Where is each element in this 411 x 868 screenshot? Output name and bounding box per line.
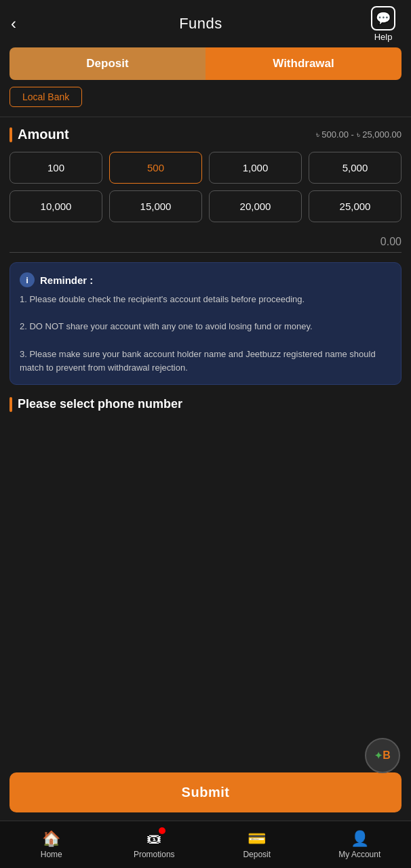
reminder-header: i Reminder : [20, 272, 391, 287]
reminder-title: Reminder : [40, 274, 93, 286]
nav-label-promotions: Promotions [134, 850, 175, 859]
my-account-icon: 👤 [351, 830, 369, 848]
tab-withdrawal[interactable]: Withdrawal [206, 47, 402, 80]
amount-btn-15000[interactable]: 15,000 [109, 190, 202, 222]
submit-area: Submit [0, 764, 411, 821]
total-value: 0.00 [380, 236, 402, 248]
divider [0, 117, 411, 117]
deposit-icon: 💳 [248, 830, 266, 848]
amount-section-header: Amount ৳ 500.00 - ৳ 25,000.00 [9, 127, 402, 142]
nav-label-my-account: My Account [338, 850, 380, 859]
local-bank-chip[interactable]: Local Bank [9, 87, 82, 107]
header: ‹ Funds 💬 Help [0, 0, 411, 47]
help-icon: 💬 [371, 6, 395, 30]
tab-row: Deposit Withdrawal [9, 47, 402, 80]
total-row: 0.00 [9, 232, 402, 253]
nav-item-promotions[interactable]: 🎟 Promotions [103, 821, 206, 868]
amount-range: ৳ 500.00 - ৳ 25,000.00 [316, 129, 402, 140]
amount-section: Amount ৳ 500.00 - ৳ 25,000.00 100 500 1,… [0, 127, 411, 385]
amount-btn-25000[interactable]: 25,000 [309, 190, 402, 222]
home-icon: 🏠 [42, 830, 60, 848]
back-button[interactable]: ‹ [11, 14, 35, 33]
phone-title-bar [9, 397, 12, 412]
float-badge[interactable]: ✦B [365, 738, 400, 773]
amount-btn-10000[interactable]: 10,000 [9, 190, 102, 222]
tab-deposit[interactable]: Deposit [9, 47, 206, 80]
nav-item-home[interactable]: 🏠 Home [0, 821, 103, 868]
help-button[interactable]: 💬 Help [366, 6, 400, 42]
phone-section: Please select phone number [0, 385, 411, 412]
bottom-nav: 🏠 Home 🎟 Promotions 💳 Deposit 👤 My Accou… [0, 821, 411, 868]
page-title: Funds [179, 15, 222, 33]
amount-grid: 100 500 1,000 5,000 10,000 15,000 20,000… [9, 152, 402, 222]
nav-item-deposit[interactable]: 💳 Deposit [206, 821, 309, 868]
reminder-text: 1. Please double check the recipient's a… [20, 293, 391, 375]
phone-section-title: Please select phone number [9, 397, 402, 412]
title-bar [9, 127, 12, 142]
nav-label-deposit: Deposit [243, 850, 271, 859]
nav-item-my-account[interactable]: 👤 My Account [309, 821, 412, 868]
nav-label-home: Home [41, 850, 62, 859]
help-label: Help [374, 32, 393, 42]
amount-btn-20000[interactable]: 20,000 [209, 190, 302, 222]
submit-button[interactable]: Submit [9, 772, 402, 812]
reminder-box: i Reminder : 1. Please double check the … [9, 262, 402, 385]
amount-btn-5000[interactable]: 5,000 [309, 152, 402, 184]
main-content: ‹ Funds 💬 Help Deposit Withdrawal Local … [0, 0, 411, 507]
amount-btn-100[interactable]: 100 [9, 152, 102, 184]
amount-btn-500[interactable]: 500 [109, 152, 202, 184]
promotions-badge [159, 827, 165, 834]
amount-title: Amount [9, 127, 69, 142]
amount-btn-1000[interactable]: 1,000 [209, 152, 302, 184]
promotions-icon: 🎟 [146, 830, 161, 848]
info-icon: i [20, 272, 35, 287]
local-bank-row: Local Bank [0, 80, 411, 107]
